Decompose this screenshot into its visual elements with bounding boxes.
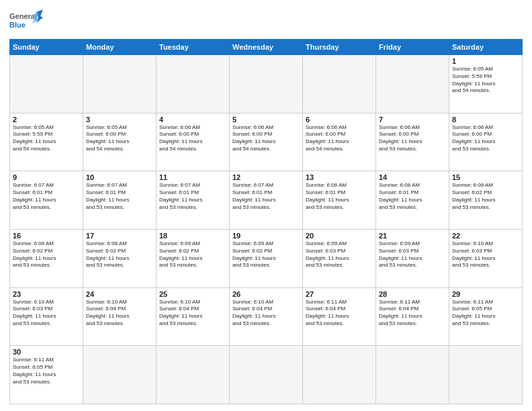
- day-info: Sunrise: 6:07 AM Sunset: 6:01 PM Dayligh…: [13, 182, 80, 211]
- day-number: 22: [452, 232, 519, 240]
- day-number: 10: [86, 173, 153, 181]
- calendar-week-row: 30Sunrise: 6:11 AM Sunset: 6:05 PM Dayli…: [10, 346, 523, 404]
- day-info: Sunrise: 6:09 AM Sunset: 6:02 PM Dayligh…: [232, 240, 300, 269]
- day-info: Sunrise: 6:09 AM Sunset: 6:02 PM Dayligh…: [159, 240, 226, 269]
- day-number: 30: [13, 348, 80, 356]
- day-info: Sunrise: 6:11 AM Sunset: 6:04 PM Dayligh…: [306, 299, 373, 328]
- day-info: Sunrise: 6:06 AM Sunset: 6:00 PM Dayligh…: [379, 124, 446, 153]
- svg-text:General: General: [9, 12, 37, 20]
- calendar-day-cell: 24Sunrise: 6:10 AM Sunset: 6:04 PM Dayli…: [83, 287, 157, 346]
- day-number: 1: [452, 57, 519, 65]
- calendar-day-cell: 12Sunrise: 6:07 AM Sunset: 6:01 PM Dayli…: [230, 171, 303, 230]
- day-info: Sunrise: 6:06 AM Sunset: 6:00 PM Dayligh…: [306, 124, 373, 153]
- calendar-day-cell: [449, 346, 523, 404]
- day-header-monday: Monday: [83, 40, 157, 55]
- logo-svg: General Blue: [9, 9, 43, 34]
- day-info: Sunrise: 6:08 AM Sunset: 6:01 PM Dayligh…: [306, 182, 373, 211]
- day-number: 12: [232, 173, 300, 181]
- day-number: 11: [159, 173, 226, 181]
- calendar-day-cell: [376, 55, 449, 113]
- calendar-day-cell: [83, 55, 157, 113]
- calendar-day-cell: [230, 346, 303, 404]
- calendar-day-cell: 19Sunrise: 6:09 AM Sunset: 6:02 PM Dayli…: [230, 229, 303, 287]
- day-number: 3: [86, 116, 153, 124]
- calendar-day-cell: [376, 346, 449, 404]
- svg-text:Blue: Blue: [9, 21, 26, 29]
- calendar-day-cell: 17Sunrise: 6:08 AM Sunset: 6:02 PM Dayli…: [83, 229, 157, 287]
- calendar-day-cell: 7Sunrise: 6:06 AM Sunset: 6:00 PM Daylig…: [376, 113, 449, 171]
- calendar-week-row: 9Sunrise: 6:07 AM Sunset: 6:01 PM Daylig…: [10, 171, 523, 230]
- day-number: 6: [306, 116, 373, 124]
- day-info: Sunrise: 6:11 AM Sunset: 6:05 PM Dayligh…: [452, 299, 519, 328]
- day-info: Sunrise: 6:06 AM Sunset: 6:00 PM Dayligh…: [232, 124, 300, 153]
- day-number: 29: [452, 290, 519, 298]
- calendar-day-cell: 23Sunrise: 6:10 AM Sunset: 6:03 PM Dayli…: [10, 287, 83, 346]
- day-number: 23: [13, 290, 80, 298]
- day-info: Sunrise: 6:11 AM Sunset: 6:05 PM Dayligh…: [13, 357, 80, 385]
- calendar-week-row: 2Sunrise: 6:05 AM Sunset: 5:59 PM Daylig…: [10, 113, 523, 171]
- logo-container: General Blue: [9, 9, 43, 34]
- calendar-day-cell: [303, 55, 376, 113]
- calendar-day-cell: 27Sunrise: 6:11 AM Sunset: 6:04 PM Dayli…: [303, 287, 376, 346]
- day-number: 16: [13, 232, 80, 240]
- day-header-tuesday: Tuesday: [157, 40, 230, 55]
- day-number: 5: [232, 116, 300, 124]
- day-info: Sunrise: 6:08 AM Sunset: 6:02 PM Dayligh…: [452, 182, 519, 211]
- calendar-day-cell: 10Sunrise: 6:07 AM Sunset: 6:01 PM Dayli…: [83, 171, 157, 230]
- calendar-day-cell: 21Sunrise: 6:09 AM Sunset: 6:03 PM Dayli…: [376, 229, 449, 287]
- calendar-week-row: 23Sunrise: 6:10 AM Sunset: 6:03 PM Dayli…: [10, 287, 523, 346]
- day-info: Sunrise: 6:08 AM Sunset: 6:02 PM Dayligh…: [13, 240, 80, 269]
- day-number: 17: [86, 232, 153, 240]
- day-info: Sunrise: 6:10 AM Sunset: 6:03 PM Dayligh…: [452, 240, 519, 269]
- day-header-sunday: Sunday: [10, 40, 83, 55]
- day-info: Sunrise: 6:07 AM Sunset: 6:01 PM Dayligh…: [159, 182, 226, 211]
- calendar-day-cell: 13Sunrise: 6:08 AM Sunset: 6:01 PM Dayli…: [303, 171, 376, 230]
- calendar-day-cell: 26Sunrise: 6:10 AM Sunset: 6:04 PM Dayli…: [230, 287, 303, 346]
- day-info: Sunrise: 6:09 AM Sunset: 6:03 PM Dayligh…: [306, 240, 373, 269]
- day-info: Sunrise: 6:05 AM Sunset: 5:59 PM Dayligh…: [13, 124, 80, 153]
- calendar-day-cell: 2Sunrise: 6:05 AM Sunset: 5:59 PM Daylig…: [10, 113, 83, 171]
- calendar-day-cell: 30Sunrise: 6:11 AM Sunset: 6:05 PM Dayli…: [10, 346, 83, 404]
- day-number: 4: [159, 116, 226, 124]
- day-number: 2: [13, 116, 80, 124]
- calendar-day-cell: 9Sunrise: 6:07 AM Sunset: 6:01 PM Daylig…: [10, 171, 83, 230]
- day-number: 19: [232, 232, 300, 240]
- day-number: 27: [306, 290, 373, 298]
- calendar-header-row: SundayMondayTuesdayWednesdayThursdayFrid…: [10, 40, 523, 55]
- calendar-day-cell: 1Sunrise: 6:05 AM Sunset: 5:59 PM Daylig…: [449, 55, 523, 113]
- day-info: Sunrise: 6:07 AM Sunset: 6:01 PM Dayligh…: [232, 182, 300, 211]
- day-info: Sunrise: 6:05 AM Sunset: 5:59 PM Dayligh…: [452, 66, 519, 95]
- day-info: Sunrise: 6:08 AM Sunset: 6:01 PM Dayligh…: [379, 182, 446, 211]
- calendar-day-cell: 16Sunrise: 6:08 AM Sunset: 6:02 PM Dayli…: [10, 229, 83, 287]
- day-number: 13: [306, 173, 373, 181]
- day-info: Sunrise: 6:10 AM Sunset: 6:04 PM Dayligh…: [159, 299, 226, 328]
- calendar-day-cell: 8Sunrise: 6:06 AM Sunset: 6:00 PM Daylig…: [449, 113, 523, 171]
- day-number: 14: [379, 173, 446, 181]
- day-number: 7: [379, 116, 446, 124]
- header: General Blue: [9, 9, 523, 34]
- calendar-day-cell: 5Sunrise: 6:06 AM Sunset: 6:00 PM Daylig…: [230, 113, 303, 171]
- day-number: 15: [452, 173, 519, 181]
- calendar-day-cell: 28Sunrise: 6:11 AM Sunset: 6:04 PM Dayli…: [376, 287, 449, 346]
- calendar-day-cell: 22Sunrise: 6:10 AM Sunset: 6:03 PM Dayli…: [449, 229, 523, 287]
- day-info: Sunrise: 6:07 AM Sunset: 6:01 PM Dayligh…: [86, 182, 153, 211]
- calendar-day-cell: 4Sunrise: 6:06 AM Sunset: 6:00 PM Daylig…: [157, 113, 230, 171]
- day-info: Sunrise: 6:11 AM Sunset: 6:04 PM Dayligh…: [379, 299, 446, 328]
- day-number: 21: [379, 232, 446, 240]
- day-info: Sunrise: 6:08 AM Sunset: 6:02 PM Dayligh…: [86, 240, 153, 269]
- calendar-day-cell: 29Sunrise: 6:11 AM Sunset: 6:05 PM Dayli…: [449, 287, 523, 346]
- page: General Blue SundayMondayTuesdayWednesda…: [0, 0, 532, 411]
- calendar-table: SundayMondayTuesdayWednesdayThursdayFrid…: [9, 39, 523, 404]
- day-header-thursday: Thursday: [303, 40, 376, 55]
- day-info: Sunrise: 6:05 AM Sunset: 6:00 PM Dayligh…: [86, 124, 153, 153]
- day-info: Sunrise: 6:09 AM Sunset: 6:03 PM Dayligh…: [379, 240, 446, 269]
- day-header-saturday: Saturday: [449, 40, 523, 55]
- day-number: 8: [452, 116, 519, 124]
- calendar-day-cell: [303, 346, 376, 404]
- calendar-day-cell: 18Sunrise: 6:09 AM Sunset: 6:02 PM Dayli…: [157, 229, 230, 287]
- calendar-day-cell: 14Sunrise: 6:08 AM Sunset: 6:01 PM Dayli…: [376, 171, 449, 230]
- calendar-day-cell: [230, 55, 303, 113]
- calendar-day-cell: 15Sunrise: 6:08 AM Sunset: 6:02 PM Dayli…: [449, 171, 523, 230]
- day-info: Sunrise: 6:10 AM Sunset: 6:04 PM Dayligh…: [232, 299, 300, 328]
- day-number: 28: [379, 290, 446, 298]
